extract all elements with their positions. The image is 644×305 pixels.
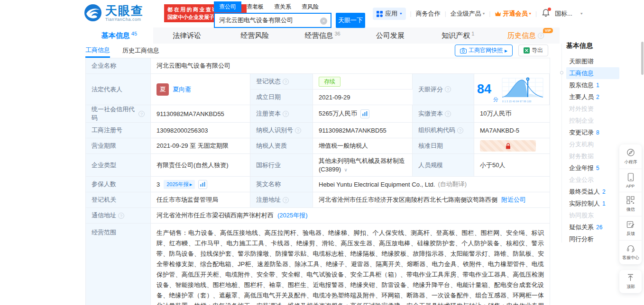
org-code-value: MA7ANKBD-5 xyxy=(474,123,550,138)
label-text: 组织机构代码 xyxy=(418,126,455,135)
chevron-down-icon[interactable]: ∨ xyxy=(344,167,348,172)
tianyancha-logo[interactable]: 天眼查 TianYanCha.com xyxy=(83,3,144,22)
search-tab-risk[interactable]: 查风险 xyxy=(296,1,324,12)
help-icon[interactable]: ? xyxy=(118,213,124,219)
chevron-down-icon[interactable]: ▾ xyxy=(580,12,583,16)
export-button[interactable]: 导出 xyxy=(518,45,548,56)
label-text: 纳税人识别号 xyxy=(256,126,293,135)
help-icon[interactable]: ? xyxy=(295,127,301,134)
clear-search-icon[interactable]: × xyxy=(320,18,327,25)
sidebar-item-shareholders[interactable]: 股东信息1 xyxy=(566,79,619,91)
english-name-value: Hebei Yuntu Electrical Equipment Co., Lt… xyxy=(313,177,550,192)
insured-label: 参保人数 xyxy=(86,177,151,192)
search-button[interactable]: 天眼一下 xyxy=(336,13,365,28)
apps-menu[interactable]: 应用 ▾ xyxy=(373,8,406,20)
menu-national-standard[interactable]: 国标... xyxy=(555,9,572,18)
sidebar-item-co-shareholders[interactable]: 协同股东 xyxy=(566,209,619,221)
menu-cooperation[interactable]: 商务合作 xyxy=(416,9,441,18)
wechat-qr-button[interactable]: 微信 xyxy=(619,192,642,216)
tab-intellectual-property[interactable]: 知识产权 1 xyxy=(424,27,492,44)
official-snapshot-button[interactable]: 工商官网快照 ▸ xyxy=(455,45,513,56)
sidebar-item-change-records[interactable]: 变更记录8 xyxy=(566,126,619,138)
tab-legal[interactable]: 法律诉讼 xyxy=(153,27,221,44)
sidebar-item-beneficial-owners[interactable]: 最终受益人2 xyxy=(566,186,619,197)
nearby-companies-link[interactable]: 附近公司 xyxy=(501,196,526,204)
top-header: 天眼查 TianYanCha.com 都在用的商业查询工具 国家中小企业发展子基… xyxy=(0,0,644,27)
search-tab-relation[interactable]: 查关系 xyxy=(269,1,296,12)
help-icon[interactable]: ? xyxy=(538,33,544,39)
sidebar-item-annual-reports[interactable]: 企业年报5 xyxy=(566,162,619,174)
english-name-label: 英文名称 xyxy=(250,177,313,192)
tab-operation-info[interactable]: 经营信息 36 xyxy=(289,27,357,44)
anchor-rail-dot xyxy=(560,71,563,74)
tab-basic-info[interactable]: 基本信息 45 xyxy=(85,27,153,44)
page-scrollbar[interactable] xyxy=(641,42,644,75)
grid-icon xyxy=(377,11,383,17)
business-scope-label: 经营范围 xyxy=(86,224,151,305)
business-term-value: 2021-09-29 至 无固定期限 xyxy=(151,138,250,154)
help-icon[interactable]: ? xyxy=(283,197,289,203)
help-icon[interactable]: ? xyxy=(283,111,289,117)
feedback-button[interactable]: 反馈 xyxy=(619,216,642,241)
insured-trend-chart-icon[interactable] xyxy=(198,180,207,189)
search-tab-company[interactable]: 查公司 xyxy=(214,1,241,12)
sidebar-item-graph[interactable]: 天眼图谱 xyxy=(566,55,619,67)
lock-icon xyxy=(506,143,511,149)
subtab-business-info[interactable]: 工商信息 xyxy=(85,44,110,58)
sidebar-item-business-info[interactable]: 工商信息 xyxy=(566,67,619,79)
sidebar-item-key-personnel[interactable]: 主要人员2 xyxy=(566,91,619,103)
company-name-value: 河北云图电气设备有限公司 xyxy=(151,58,550,74)
mini-program-button[interactable]: 小程序 xyxy=(619,144,642,169)
notification-bell-icon[interactable] xyxy=(542,9,550,18)
back-to-top-button[interactable]: 顶部 xyxy=(619,270,642,293)
tab-label: 法律诉讼 xyxy=(173,31,201,40)
label-text: 注册地址 xyxy=(256,196,281,204)
app-download-button[interactable]: APP xyxy=(619,169,642,192)
sidebar-item-financial-data[interactable]: 财务数据 xyxy=(566,150,619,162)
legal-rep-link[interactable]: 夏向斋 xyxy=(173,85,191,94)
annual-report-link[interactable]: (2025年报) xyxy=(277,211,308,220)
reg-number-label: 工商注册号 xyxy=(86,123,151,138)
help-icon[interactable]: ? xyxy=(457,127,463,134)
anchor-title: 基本信息 xyxy=(566,42,619,50)
tab-label: 知识产权 xyxy=(442,31,470,40)
help-icon[interactable]: ? xyxy=(445,111,451,117)
taxpayer-quality-label: 纳税人资质 xyxy=(250,138,313,154)
subtab-history-business-info[interactable]: 历史工商信息 xyxy=(122,45,159,57)
search-input[interactable]: 河北云图电气设备有限公司 × xyxy=(214,13,331,28)
label-text: 统一社会信用代码 xyxy=(92,105,137,122)
table-row-insured: 参保人数 3 2025年报 ▸ 英文名称 Hebei Yuntu Electri… xyxy=(86,177,550,192)
sidebar-item-suspected-relations[interactable]: 疑似关系26 xyxy=(566,221,619,233)
taxpayer-id-value: 91130982MA7ANKBD55 xyxy=(313,123,413,138)
enterprise-label: 企业级产品 xyxy=(451,9,481,18)
notification-dot xyxy=(548,8,551,11)
legal-rep-avatar[interactable]: 夏 xyxy=(156,83,169,96)
sidebar-item-outbound-investment[interactable]: 对外投资 xyxy=(566,103,619,115)
tab-operation-risk[interactable]: 经营风险 xyxy=(221,27,289,44)
mail-address-label: 通信地址 ? xyxy=(86,208,151,224)
score-label: 天眼评分 ? xyxy=(413,74,474,105)
sidebar-item-peer-analysis[interactable]: 同行分析 xyxy=(566,233,619,245)
locked-value[interactable] xyxy=(480,140,536,152)
export-label: 导出 xyxy=(532,46,543,54)
help-icon[interactable]: ? xyxy=(445,86,451,92)
capital-trend-chart-icon[interactable] xyxy=(360,109,369,118)
customer-service-button[interactable]: 客服中心 xyxy=(619,241,642,264)
excel-icon xyxy=(524,47,530,54)
tab-history-info[interactable]: 历史信息 ? VIP xyxy=(492,27,560,44)
badge-text: 2025年报 xyxy=(166,181,188,188)
menu-enterprise[interactable]: 企业级产品 ▾ xyxy=(451,9,485,18)
menu-vip[interactable]: 开通会员 ▾ xyxy=(495,9,531,18)
table-row-reg-number: 工商注册号 130982000256303 纳税人识别号 ? 91130982M… xyxy=(86,123,550,138)
help-icon[interactable]: ? xyxy=(283,79,289,85)
sidebar-item-controlled-companies[interactable]: 控制企业 xyxy=(566,115,619,126)
annual-report-badge[interactable]: 2025年报 ▸ xyxy=(164,180,195,189)
sidebar-item-branches[interactable]: 分支机构 xyxy=(566,138,619,150)
search-tab-boss[interactable]: 查老板 xyxy=(241,1,269,12)
help-icon[interactable]: ? xyxy=(138,111,145,117)
tab-company-development[interactable]: 公司发展 xyxy=(356,27,424,44)
sidebar-item-public-notice[interactable]: 企业公示 xyxy=(566,174,619,186)
sidebar-item-actual-controller[interactable]: 实际控制人1 xyxy=(566,197,619,209)
float-label: 小程序 xyxy=(624,159,637,165)
score-cell[interactable]: 84 分 0 1 3 15 40 xyxy=(474,74,550,105)
